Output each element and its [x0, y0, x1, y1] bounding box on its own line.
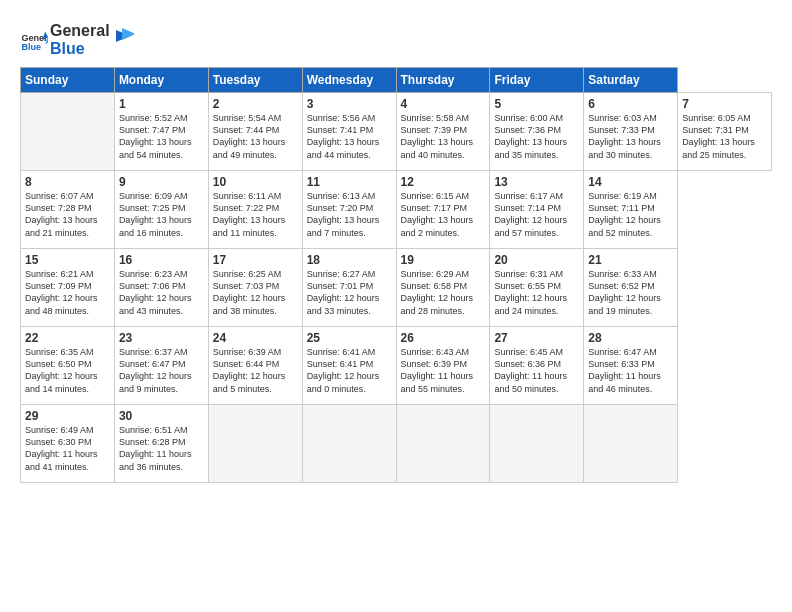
- day-info: Sunrise: 6:41 AMSunset: 6:41 PMDaylight:…: [307, 346, 392, 395]
- day-info: Sunrise: 6:00 AMSunset: 7:36 PMDaylight:…: [494, 112, 579, 161]
- day-number: 20: [494, 253, 579, 267]
- col-header-monday: Monday: [114, 68, 208, 93]
- day-info: Sunrise: 6:25 AMSunset: 7:03 PMDaylight:…: [213, 268, 298, 317]
- day-number: 17: [213, 253, 298, 267]
- day-info: Sunrise: 6:23 AMSunset: 7:06 PMDaylight:…: [119, 268, 204, 317]
- day-number: 8: [25, 175, 110, 189]
- col-header-wednesday: Wednesday: [302, 68, 396, 93]
- day-info: Sunrise: 6:39 AMSunset: 6:44 PMDaylight:…: [213, 346, 298, 395]
- day-cell-25: 25Sunrise: 6:41 AMSunset: 6:41 PMDayligh…: [302, 327, 396, 405]
- day-cell-5: 5Sunrise: 6:00 AMSunset: 7:36 PMDaylight…: [490, 93, 584, 171]
- day-number: 25: [307, 331, 392, 345]
- day-number: 11: [307, 175, 392, 189]
- col-header-thursday: Thursday: [396, 68, 490, 93]
- empty-cell: [490, 405, 584, 483]
- day-cell-29: 29Sunrise: 6:49 AMSunset: 6:30 PMDayligh…: [21, 405, 115, 483]
- day-number: 1: [119, 97, 204, 111]
- day-info: Sunrise: 6:51 AMSunset: 6:28 PMDaylight:…: [119, 424, 204, 473]
- day-cell-7: 7Sunrise: 6:05 AMSunset: 7:31 PMDaylight…: [678, 93, 772, 171]
- day-info: Sunrise: 5:54 AMSunset: 7:44 PMDaylight:…: [213, 112, 298, 161]
- day-number: 12: [401, 175, 486, 189]
- day-cell-20: 20Sunrise: 6:31 AMSunset: 6:55 PMDayligh…: [490, 249, 584, 327]
- day-info: Sunrise: 6:37 AMSunset: 6:47 PMDaylight:…: [119, 346, 204, 395]
- day-number: 2: [213, 97, 298, 111]
- day-number: 27: [494, 331, 579, 345]
- day-number: 15: [25, 253, 110, 267]
- day-number: 22: [25, 331, 110, 345]
- logo-icon: General Blue: [20, 26, 48, 54]
- day-number: 7: [682, 97, 767, 111]
- day-cell-17: 17Sunrise: 6:25 AMSunset: 7:03 PMDayligh…: [208, 249, 302, 327]
- day-cell-15: 15Sunrise: 6:21 AMSunset: 7:09 PMDayligh…: [21, 249, 115, 327]
- week-row-4: 22Sunrise: 6:35 AMSunset: 6:50 PMDayligh…: [21, 327, 772, 405]
- day-cell-8: 8Sunrise: 6:07 AMSunset: 7:28 PMDaylight…: [21, 171, 115, 249]
- day-info: Sunrise: 5:58 AMSunset: 7:39 PMDaylight:…: [401, 112, 486, 161]
- day-info: Sunrise: 6:35 AMSunset: 6:50 PMDaylight:…: [25, 346, 110, 395]
- day-number: 24: [213, 331, 298, 345]
- day-cell-30: 30Sunrise: 6:51 AMSunset: 6:28 PMDayligh…: [114, 405, 208, 483]
- day-info: Sunrise: 6:29 AMSunset: 6:58 PMDaylight:…: [401, 268, 486, 317]
- day-info: Sunrise: 6:15 AMSunset: 7:17 PMDaylight:…: [401, 190, 486, 239]
- day-cell-24: 24Sunrise: 6:39 AMSunset: 6:44 PMDayligh…: [208, 327, 302, 405]
- col-header-tuesday: Tuesday: [208, 68, 302, 93]
- day-info: Sunrise: 6:07 AMSunset: 7:28 PMDaylight:…: [25, 190, 110, 239]
- day-number: 10: [213, 175, 298, 189]
- col-header-friday: Friday: [490, 68, 584, 93]
- week-row-5: 29Sunrise: 6:49 AMSunset: 6:30 PMDayligh…: [21, 405, 772, 483]
- day-cell-1: 1Sunrise: 5:52 AMSunset: 7:47 PMDaylight…: [114, 93, 208, 171]
- day-info: Sunrise: 6:27 AMSunset: 7:01 PMDaylight:…: [307, 268, 392, 317]
- day-cell-9: 9Sunrise: 6:09 AMSunset: 7:25 PMDaylight…: [114, 171, 208, 249]
- col-header-saturday: Saturday: [584, 68, 678, 93]
- day-cell-21: 21Sunrise: 6:33 AMSunset: 6:52 PMDayligh…: [584, 249, 678, 327]
- day-cell-26: 26Sunrise: 6:43 AMSunset: 6:39 PMDayligh…: [396, 327, 490, 405]
- day-number: 9: [119, 175, 204, 189]
- day-info: Sunrise: 6:43 AMSunset: 6:39 PMDaylight:…: [401, 346, 486, 395]
- day-cell-22: 22Sunrise: 6:35 AMSunset: 6:50 PMDayligh…: [21, 327, 115, 405]
- svg-marker-5: [122, 28, 134, 40]
- logo-arrow-icon: [112, 24, 134, 46]
- day-cell-12: 12Sunrise: 6:15 AMSunset: 7:17 PMDayligh…: [396, 171, 490, 249]
- day-number: 30: [119, 409, 204, 423]
- day-cell-14: 14Sunrise: 6:19 AMSunset: 7:11 PMDayligh…: [584, 171, 678, 249]
- day-info: Sunrise: 6:19 AMSunset: 7:11 PMDaylight:…: [588, 190, 673, 239]
- week-row-2: 8Sunrise: 6:07 AMSunset: 7:28 PMDaylight…: [21, 171, 772, 249]
- day-number: 19: [401, 253, 486, 267]
- day-info: Sunrise: 6:47 AMSunset: 6:33 PMDaylight:…: [588, 346, 673, 395]
- day-info: Sunrise: 5:52 AMSunset: 7:47 PMDaylight:…: [119, 112, 204, 161]
- day-number: 13: [494, 175, 579, 189]
- day-cell-6: 6Sunrise: 6:03 AMSunset: 7:33 PMDaylight…: [584, 93, 678, 171]
- day-cell-16: 16Sunrise: 6:23 AMSunset: 7:06 PMDayligh…: [114, 249, 208, 327]
- day-info: Sunrise: 6:13 AMSunset: 7:20 PMDaylight:…: [307, 190, 392, 239]
- day-info: Sunrise: 6:31 AMSunset: 6:55 PMDaylight:…: [494, 268, 579, 317]
- col-header-sunday: Sunday: [21, 68, 115, 93]
- empty-cell: [21, 93, 115, 171]
- week-row-3: 15Sunrise: 6:21 AMSunset: 7:09 PMDayligh…: [21, 249, 772, 327]
- header-row: SundayMondayTuesdayWednesdayThursdayFrid…: [21, 68, 772, 93]
- day-cell-18: 18Sunrise: 6:27 AMSunset: 7:01 PMDayligh…: [302, 249, 396, 327]
- svg-text:Blue: Blue: [21, 41, 41, 51]
- day-number: 5: [494, 97, 579, 111]
- day-number: 6: [588, 97, 673, 111]
- day-info: Sunrise: 6:45 AMSunset: 6:36 PMDaylight:…: [494, 346, 579, 395]
- empty-cell: [302, 405, 396, 483]
- day-cell-10: 10Sunrise: 6:11 AMSunset: 7:22 PMDayligh…: [208, 171, 302, 249]
- calendar-table: SundayMondayTuesdayWednesdayThursdayFrid…: [20, 67, 772, 483]
- day-cell-2: 2Sunrise: 5:54 AMSunset: 7:44 PMDaylight…: [208, 93, 302, 171]
- day-info: Sunrise: 6:09 AMSunset: 7:25 PMDaylight:…: [119, 190, 204, 239]
- day-cell-4: 4Sunrise: 5:58 AMSunset: 7:39 PMDaylight…: [396, 93, 490, 171]
- day-cell-13: 13Sunrise: 6:17 AMSunset: 7:14 PMDayligh…: [490, 171, 584, 249]
- empty-cell: [396, 405, 490, 483]
- empty-cell: [584, 405, 678, 483]
- day-cell-19: 19Sunrise: 6:29 AMSunset: 6:58 PMDayligh…: [396, 249, 490, 327]
- day-number: 4: [401, 97, 486, 111]
- day-info: Sunrise: 6:05 AMSunset: 7:31 PMDaylight:…: [682, 112, 767, 161]
- header: General Blue General Blue: [20, 18, 772, 57]
- logo: General Blue General Blue: [20, 22, 134, 57]
- day-number: 18: [307, 253, 392, 267]
- day-number: 3: [307, 97, 392, 111]
- day-number: 14: [588, 175, 673, 189]
- day-number: 28: [588, 331, 673, 345]
- week-row-1: 1Sunrise: 5:52 AMSunset: 7:47 PMDaylight…: [21, 93, 772, 171]
- day-cell-28: 28Sunrise: 6:47 AMSunset: 6:33 PMDayligh…: [584, 327, 678, 405]
- day-info: Sunrise: 6:17 AMSunset: 7:14 PMDaylight:…: [494, 190, 579, 239]
